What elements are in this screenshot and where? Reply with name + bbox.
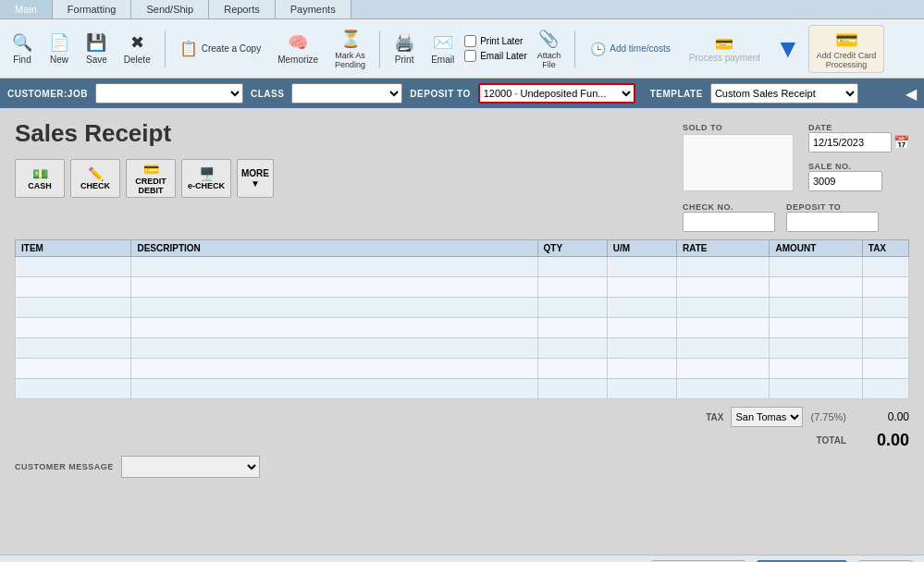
deposit-to-input[interactable]: [786, 212, 879, 232]
table-cell[interactable]: [770, 359, 862, 379]
table-cell[interactable]: [607, 359, 676, 379]
table-cell[interactable]: [677, 359, 770, 379]
cash-icon: 💵: [32, 166, 48, 181]
table-cell[interactable]: [16, 257, 131, 277]
table-cell[interactable]: [131, 318, 537, 338]
table-cell[interactable]: [16, 318, 131, 338]
mark-pending-icon: ⏳: [340, 29, 361, 49]
tab-reports[interactable]: Reports: [209, 0, 276, 18]
mark-pending-button[interactable]: ⏳ Mark AsPending: [328, 25, 372, 73]
table-cell[interactable]: [16, 359, 131, 379]
check-button[interactable]: ✏️ CHECK: [70, 159, 120, 198]
table-cell[interactable]: [770, 277, 862, 298]
table-cell[interactable]: [862, 318, 908, 338]
table-cell[interactable]: [607, 298, 676, 318]
table-cell[interactable]: [677, 338, 770, 359]
add-credit-card-button[interactable]: 💳 Add Credit CardProcessing: [808, 25, 885, 73]
table-cell[interactable]: [16, 277, 131, 298]
table-cell[interactable]: [131, 379, 537, 399]
table-cell[interactable]: [862, 359, 908, 379]
table-cell[interactable]: [537, 379, 607, 399]
collapse-button[interactable]: ◀: [906, 85, 917, 103]
table-cell[interactable]: [131, 338, 537, 359]
table-cell[interactable]: [131, 277, 537, 298]
table-cell[interactable]: [607, 318, 676, 338]
add-time-label: Add time/costs: [610, 43, 671, 54]
menu-tabs: Main Formatting Send/Ship Reports Paymen…: [0, 0, 924, 19]
tab-payments[interactable]: Payments: [276, 0, 351, 18]
attach-icon: 📎: [538, 29, 559, 49]
table-cell[interactable]: [770, 379, 862, 399]
table-cell[interactable]: [862, 379, 908, 399]
attach-file-button[interactable]: 📎 AttachFile: [531, 25, 568, 73]
email-later-checkbox[interactable]: [464, 50, 476, 62]
table-cell[interactable]: [131, 257, 537, 277]
table-cell[interactable]: [537, 318, 607, 338]
table-cell[interactable]: [607, 257, 676, 277]
table-cell[interactable]: [607, 379, 676, 399]
table-cell[interactable]: [677, 379, 770, 399]
add-time-costs-button[interactable]: 🕒 Add time/costs: [583, 39, 678, 59]
tab-main[interactable]: Main: [0, 0, 53, 18]
table-cell[interactable]: [770, 338, 862, 359]
table-cell[interactable]: [770, 318, 862, 338]
email-button[interactable]: ✉️ Email: [425, 29, 461, 68]
table-cell[interactable]: [770, 298, 862, 318]
cash-button[interactable]: 💵 CASH: [15, 159, 65, 198]
toolbar-separator-2: [379, 31, 380, 67]
deposit-to-select[interactable]: 12000 · Undeposited Fun...: [478, 83, 635, 104]
table-cell[interactable]: [16, 298, 131, 318]
table-cell[interactable]: [537, 338, 607, 359]
table-cell[interactable]: [770, 257, 862, 277]
create-copy-button[interactable]: 📋 Create a Copy: [173, 36, 267, 61]
table-cell[interactable]: [537, 257, 607, 277]
table-cell[interactable]: [862, 257, 908, 277]
table-cell[interactable]: [16, 379, 131, 399]
delete-button[interactable]: ✖ Delete: [117, 29, 157, 68]
save-button[interactable]: 💾 Save: [80, 29, 114, 68]
table-cell[interactable]: [537, 298, 607, 318]
table-cell[interactable]: [677, 277, 770, 298]
table-row: [16, 338, 909, 359]
tab-formatting[interactable]: Formatting: [53, 0, 132, 18]
tab-sendship[interactable]: Send/Ship: [131, 0, 209, 18]
date-input[interactable]: [808, 132, 892, 153]
class-select[interactable]: [291, 83, 402, 104]
table-cell[interactable]: [677, 257, 770, 277]
customer-message-select[interactable]: [121, 456, 260, 478]
table-cell[interactable]: [677, 298, 770, 318]
print-later-checkbox[interactable]: [464, 35, 476, 47]
table-cell[interactable]: [537, 277, 607, 298]
check-no-input[interactable]: [683, 212, 775, 232]
find-button[interactable]: 🔍 Find: [6, 29, 39, 68]
tax-location-select[interactable]: San Tomas: [731, 407, 803, 427]
memorize-button[interactable]: 🧠 Memorize: [271, 29, 325, 68]
sold-to-box[interactable]: [683, 134, 794, 191]
process-payment-icon: 💳: [715, 35, 733, 53]
credit-debit-button[interactable]: 💳 CREDITDEBIT: [126, 159, 176, 198]
deposit-to-field-label: DEPOSIT TO: [786, 202, 879, 212]
more-payment-button[interactable]: MORE ▼: [237, 159, 274, 198]
table-cell[interactable]: [862, 338, 908, 359]
table-cell[interactable]: [131, 298, 537, 318]
sale-no-input[interactable]: [808, 171, 882, 191]
table-cell[interactable]: [16, 338, 131, 359]
table-cell[interactable]: [607, 338, 676, 359]
echeck-button[interactable]: 🖥️ e-CHECK: [181, 159, 231, 198]
template-select[interactable]: Custom Sales Receipt: [710, 83, 858, 104]
table-cell[interactable]: [607, 277, 676, 298]
table-cell[interactable]: [862, 277, 908, 298]
table-cell[interactable]: [131, 359, 537, 379]
customer-job-select[interactable]: [95, 83, 243, 104]
table-cell[interactable]: [537, 359, 607, 379]
delete-icon: ✖: [130, 32, 144, 53]
new-button[interactable]: 📄 New: [43, 29, 76, 68]
table-cell[interactable]: [862, 298, 908, 318]
process-payment-button[interactable]: 💳 Process payment: [682, 32, 768, 66]
table-cell[interactable]: [677, 318, 770, 338]
main-scroll-area: Sales Receipt 💵 CASH ✏️ CHECK 💳: [0, 108, 924, 555]
check-no-field: CHECK NO.: [683, 202, 775, 232]
calendar-icon[interactable]: 📅: [893, 135, 909, 150]
print-label: Print: [395, 55, 414, 65]
print-button[interactable]: 🖨️ Print: [388, 29, 421, 68]
